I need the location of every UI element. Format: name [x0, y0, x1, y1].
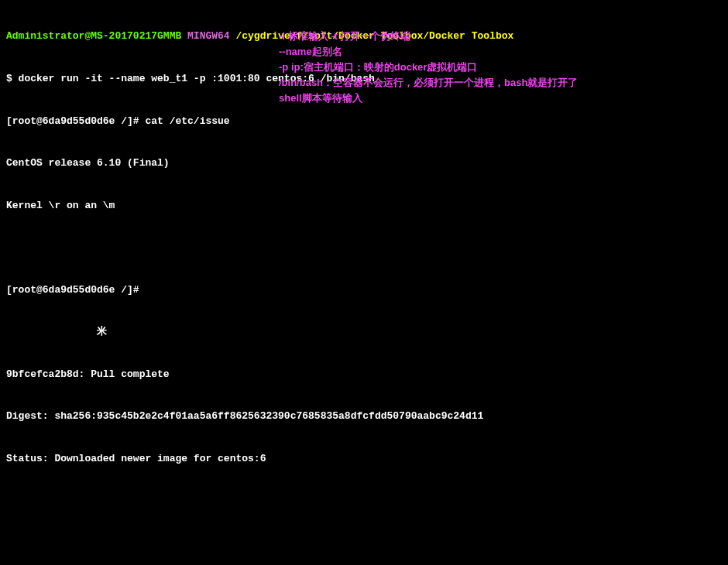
line-centos-release: CentOS release 6.10 (Final) — [6, 156, 722, 170]
line-pull-complete: 9bfcefca2b8d: Pull complete — [6, 368, 722, 382]
line-kernel: Kernel \r on an \m — [6, 199, 722, 213]
line-prompt-root: [root@6da9d55d0d6e /]# — [6, 283, 722, 297]
ann-port-map: -p ip:宿主机端口：映射的docker虚拟机端口 — [279, 60, 477, 74]
prompt-env: MINGW64 — [181, 30, 235, 42]
line-status: Status: Downloaded newer image for cento… — [6, 452, 722, 466]
ann-binbash: /bin/bash：空容器不会运行，必须打开一个进程，bash就是打开了 — [279, 76, 578, 90]
line-star: 米 — [6, 325, 722, 339]
blank-line — [6, 241, 722, 255]
terminal-block-images: Administrator@MS-20170217GMMB MINGW64 /c… — [0, 538, 728, 565]
csdn-watermark: https://blog.csdn.net/chailihua0826 — [569, 513, 713, 526]
ann-stdin-tty: -i 标准输入 -t 打开一个伪终端 — [279, 29, 410, 43]
ann-name-alias: --name起别名 — [279, 45, 342, 59]
line-cat-issue: [root@6da9d55d0d6e /]# cat /etc/issue — [6, 115, 722, 128]
terminal-block-1: Administrator@MS-20170217GMMB MINGW64 /c… — [0, 0, 728, 538]
ann-shell-wait: shell脚本等待输入 — [279, 91, 362, 105]
line-digest: Digest: sha256:935c45b2e2c4f01aa5a6ff862… — [6, 409, 722, 423]
prompt-user: Administrator@MS-20170217GMMB — [6, 30, 181, 42]
